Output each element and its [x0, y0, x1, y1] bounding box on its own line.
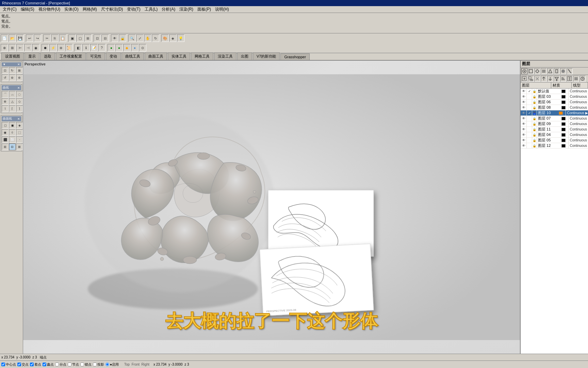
layer-check-12[interactable]: [527, 143, 532, 148]
lp-btn-6[interactable]: ⊛: [16, 74, 23, 81]
menu-help[interactable]: 说明(H): [213, 6, 231, 13]
layer-check-10[interactable]: ✓: [527, 110, 532, 116]
layer-row-03[interactable]: 👁 🔒 图层 03 Continuous: [521, 94, 588, 99]
tb-grid[interactable]: ⊞: [9, 44, 16, 51]
tb-smart[interactable]: ⚡: [49, 44, 57, 51]
menu-edit[interactable]: 编辑(S): [19, 6, 36, 13]
tb-group[interactable]: ⊡: [94, 34, 101, 42]
tb-copy[interactable]: ⎘: [51, 34, 59, 42]
layer-eye-09[interactable]: 👁: [521, 121, 527, 126]
layer-check-05[interactable]: [527, 138, 532, 143]
tb-sel[interactable]: ▢: [76, 34, 84, 42]
menu-mesh[interactable]: 网格(M): [81, 6, 99, 13]
menu-analysis[interactable]: 分析(A): [160, 6, 177, 13]
layer-lock-09[interactable]: 🔒: [532, 121, 537, 126]
tb-help[interactable]: ?: [98, 44, 105, 51]
lp-surf-btn-12[interactable]: ⊠: [16, 143, 23, 150]
layer-lock-03[interactable]: 🔒: [532, 94, 537, 99]
tb-open[interactable]: 📂: [9, 34, 16, 42]
layer-color-06[interactable]: [558, 99, 569, 105]
layer-color-08[interactable]: [558, 105, 569, 110]
menu-dim[interactable]: 尺寸标注(D): [99, 6, 125, 13]
layer-lock-04[interactable]: 🔒: [532, 132, 537, 137]
lp-curve-btn-7[interactable]: ⌇: [2, 105, 9, 112]
lp-btn-1[interactable]: ⊡: [2, 67, 9, 74]
layer-color-04[interactable]: [558, 132, 569, 137]
lp-curve-btn-1[interactable]: ⌒: [2, 91, 9, 98]
tb-ungroup[interactable]: ⊟: [101, 34, 109, 42]
tab-display[interactable]: 显示: [24, 52, 39, 60]
tb-rotate[interactable]: ↻: [152, 34, 159, 42]
menu-file[interactable]: 文件(C): [1, 6, 19, 13]
layer-eye-10[interactable]: 👁: [521, 110, 527, 116]
tb-undo[interactable]: ↩: [26, 34, 33, 42]
tb-extents[interactable]: ⤢: [136, 34, 144, 42]
tb-osnap[interactable]: ◉: [32, 44, 39, 51]
lp-surf-btn-2[interactable]: ◼: [9, 122, 16, 129]
tb-paste[interactable]: 📋: [59, 34, 66, 42]
lp-surf-btn-7[interactable]: ⬛: [2, 136, 9, 143]
layer-add-btn[interactable]: [521, 76, 527, 82]
lp-surf-btn-10[interactable]: ⊞: [2, 143, 9, 150]
tab-surface[interactable]: 曲面工具: [145, 52, 167, 60]
lp-surf-btn-9[interactable]: ⬝: [16, 136, 23, 143]
lp-curve-btn-9[interactable]: ⌉: [16, 105, 23, 112]
layer-help-btn[interactable]: [579, 76, 586, 82]
lp-curve-btn-2[interactable]: ⌓: [9, 91, 16, 98]
tb-pan[interactable]: ✋: [144, 34, 151, 42]
menu-panel[interactable]: 面板(P): [195, 6, 213, 13]
tb-prop[interactable]: ℹ: [82, 44, 90, 51]
lp-curve-btn-6[interactable]: ◇: [16, 98, 23, 105]
layer-lock-10[interactable]: 🔒: [532, 110, 537, 116]
layer-color-03[interactable]: [558, 94, 569, 99]
tab-select[interactable]: 选取: [40, 52, 55, 60]
snap-enabled-rb[interactable]: [105, 363, 109, 366]
tb-planar[interactable]: ⊣: [24, 44, 32, 51]
layers-tab-7[interactable]: [560, 68, 566, 74]
layer-row-04[interactable]: 👁 🔒 图层 04 Continuous: [521, 132, 588, 138]
layer-check-08[interactable]: [527, 105, 532, 110]
lp-curve-btn-5[interactable]: △: [9, 98, 16, 105]
tab-viewport-config[interactable]: 工作视窗配置: [56, 52, 86, 60]
tab-set-view[interactable]: 设置视图: [1, 52, 24, 60]
layer-eye-11[interactable]: 👁: [521, 127, 527, 132]
layer-row-07[interactable]: 👁 🔒 图层 07 Continuous: [521, 116, 588, 121]
menu-view[interactable]: 视分物件(U): [36, 6, 63, 13]
tb-light[interactable]: 💡: [177, 34, 184, 42]
menu-transform[interactable]: 变动(T): [125, 6, 142, 13]
layer-check-09[interactable]: [527, 121, 532, 126]
tb-record[interactable]: ⏺: [42, 44, 49, 51]
tb-gumball[interactable]: ⊛: [57, 44, 65, 51]
layers-tab-3[interactable]: [534, 68, 540, 74]
snap-quad-cb[interactable]: [55, 363, 59, 366]
lp-surf-btn-11[interactable]: ⊟: [9, 143, 16, 150]
lp-curve-btn-3[interactable]: ◌: [16, 91, 23, 98]
layer-filter-btn[interactable]: [554, 76, 560, 82]
lp-curve-btn-8[interactable]: ⌈: [9, 105, 16, 112]
layers-tab-5[interactable]: [547, 68, 553, 74]
tb-hide[interactable]: 👁: [111, 34, 118, 42]
tb-snap[interactable]: ⊕: [1, 44, 8, 51]
layer-row-06[interactable]: 👁 🔒 图层 06 Continuous: [521, 99, 588, 105]
layer-lock-07[interactable]: 🔒: [532, 116, 537, 121]
layer-check-07[interactable]: [527, 116, 532, 121]
lp-curve-btn-4[interactable]: ⊕: [2, 98, 9, 105]
snap-midpoint-cb[interactable]: [1, 363, 5, 366]
tb-green1[interactable]: ●: [108, 44, 115, 51]
tab-curve[interactable]: 曲线工具: [121, 52, 144, 60]
layer-up-btn[interactable]: [541, 76, 547, 82]
tb-render[interactable]: 🎨: [161, 34, 169, 42]
layer-eye-06[interactable]: 👁: [521, 99, 527, 105]
lp-surf-btn-4[interactable]: ◉: [2, 129, 9, 136]
tb-zoom[interactable]: 🔍: [128, 34, 136, 42]
tb-extra1[interactable]: ⊙: [139, 44, 146, 51]
layer-settings-btn[interactable]: [573, 76, 579, 82]
layer-col-btn[interactable]: [567, 76, 573, 82]
layer-color-09[interactable]: [558, 121, 569, 126]
layer-eye-05[interactable]: 👁: [521, 138, 527, 143]
layer-check-04[interactable]: [527, 132, 532, 137]
tb-lock[interactable]: 🔒: [119, 34, 126, 42]
tb-selall[interactable]: ▣: [68, 34, 76, 42]
layer-eye-12[interactable]: 👁: [521, 143, 527, 148]
snap-vertex-cb[interactable]: [80, 363, 84, 366]
